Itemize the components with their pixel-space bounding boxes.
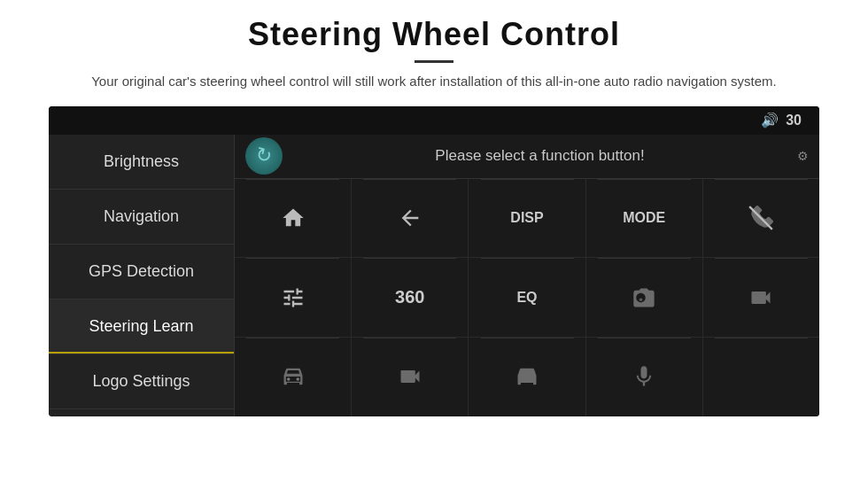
svg-point-3	[296, 377, 299, 381]
camera2-icon	[748, 285, 773, 310]
sidebar-item-navigation[interactable]: Navigation	[49, 190, 234, 245]
camera-button[interactable]	[586, 258, 703, 337]
button-row-3	[235, 338, 819, 416]
camera2-button[interactable]	[703, 258, 819, 337]
refresh-icon: ↻	[253, 143, 275, 169]
back-button[interactable]	[352, 179, 469, 258]
car-screen: 🔊 30 Brightness Navigation GPS Detection…	[49, 106, 819, 416]
title-divider	[415, 60, 453, 63]
button-row-2: 360 EQ	[235, 258, 819, 338]
page-subtitle: Your original car's steering wheel contr…	[53, 72, 815, 92]
camera-icon	[632, 285, 656, 310]
car-button[interactable]	[235, 338, 352, 416]
tune-icon	[281, 285, 306, 310]
360-label: 360	[395, 287, 424, 307]
buttons-grid: DISP MODE	[235, 179, 819, 416]
disp-label: DISP	[510, 210, 543, 226]
car3-button[interactable]	[469, 338, 585, 416]
car-icon	[281, 364, 306, 389]
function-label: Please select a function button!	[297, 147, 783, 165]
svg-point-2	[287, 377, 291, 381]
button-row-1: DISP MODE	[235, 179, 819, 259]
disp-button[interactable]: DISP	[469, 179, 585, 258]
eq-label: EQ	[516, 290, 537, 306]
sidebar-item-gps-detection[interactable]: GPS Detection	[49, 245, 234, 299]
sidebar: Brightness Navigation GPS Detection Stee…	[49, 135, 235, 416]
page-header: Steering Wheel Control Your original car…	[0, 0, 868, 101]
function-bar: ↻ Please select a function button! ⚙	[235, 135, 819, 179]
back-icon	[398, 206, 422, 230]
mic-icon	[632, 364, 656, 389]
mode-label: MODE	[623, 210, 665, 226]
volume-icon: 🔊	[761, 112, 779, 128]
home-icon	[281, 206, 306, 230]
page-title: Steering Wheel Control	[53, 16, 815, 53]
car2-icon	[398, 364, 422, 389]
home-button[interactable]	[235, 179, 352, 258]
main-content: ↻ Please select a function button! ⚙	[235, 135, 819, 416]
screen-topbar: 🔊 30	[49, 106, 819, 135]
sidebar-item-logo-settings[interactable]: Logo Settings	[49, 354, 234, 409]
volume-level: 30	[786, 113, 802, 128]
corner-icon: ⚙	[797, 149, 809, 163]
empty-button	[703, 338, 819, 416]
refresh-button[interactable]: ↻	[245, 137, 283, 175]
sidebar-item-steering-learn[interactable]: Steering Learn	[49, 299, 234, 354]
mode-button[interactable]: MODE	[586, 179, 703, 258]
phone-off-icon	[748, 206, 773, 230]
svg-point-1	[639, 298, 643, 301]
screen-body: Brightness Navigation GPS Detection Stee…	[49, 135, 819, 416]
phone-off-button[interactable]	[703, 179, 819, 258]
mic-button[interactable]	[586, 338, 703, 416]
car2-button[interactable]	[352, 338, 469, 416]
eq-button[interactable]: EQ	[469, 258, 585, 337]
tune-button[interactable]	[235, 258, 352, 337]
sidebar-item-brightness[interactable]: Brightness	[49, 135, 234, 190]
car3-icon	[515, 364, 539, 389]
360-button[interactable]: 360	[352, 258, 469, 337]
